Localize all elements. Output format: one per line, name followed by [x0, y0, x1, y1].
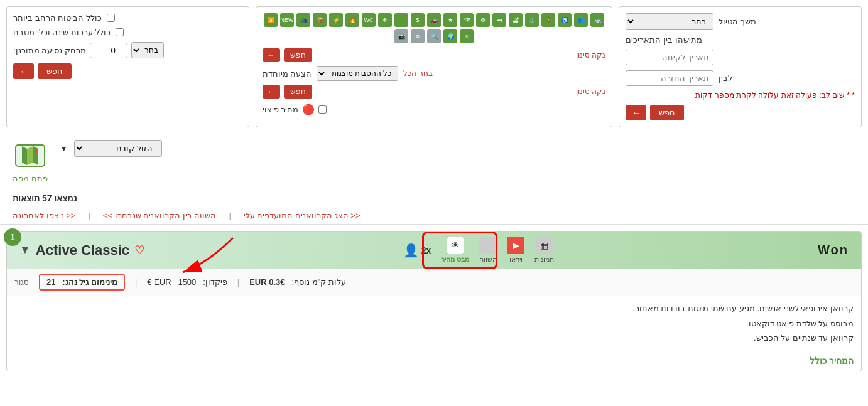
left-search-button[interactable]: חפש: [650, 105, 684, 120]
icon-person[interactable]: 🚶: [541, 13, 555, 27]
desc-line-2: מבוסס על שלדת פיאט דוקאטו.: [14, 318, 854, 330]
left-arrow-button[interactable]: ←: [626, 105, 646, 120]
svg-marker-1: [22, 146, 27, 165]
deposit-label: פיקדון:: [203, 277, 227, 287]
map-icon: [14, 140, 46, 171]
compare-label: השווה: [479, 255, 497, 264]
flame-icon: 🔴: [302, 104, 315, 115]
icon-bed[interactable]: 🛏: [492, 13, 506, 27]
view-compare-icon[interactable]: □: [479, 237, 497, 254]
center-arrow-btn[interactable]: ←: [263, 48, 280, 62]
note-text: * * שים לב: פעולה זאת עלולה לקחת מספר דק…: [626, 91, 855, 100]
neka-link-2[interactable]: נקה סינון: [576, 87, 605, 96]
sort-label: ▼: [60, 144, 68, 153]
insurance-label: כולל הביטוח הרחב ביותר: [13, 13, 102, 23]
distance-label: מרחק נסיעה מתוכנן:: [13, 46, 86, 55]
insurance-checkbox[interactable]: [107, 14, 115, 22]
person-icon: 👤: [403, 243, 419, 258]
video-label: וידאו: [509, 255, 523, 264]
all-link[interactable]: בחר הכל: [403, 69, 432, 78]
icon-photo[interactable]: 📷: [394, 29, 408, 43]
nav-compare[interactable]: השווה בין הקרוואנים שנבחרו >>: [103, 211, 217, 220]
all-options-select[interactable]: כל ההטבות מוצגות: [317, 66, 398, 81]
people-count: 2x 👤: [403, 243, 431, 258]
center-filter-panel: 🚌 👥 ♿ 🚶 ⚓ 🏕 🛏 ⚙ 🗺 ★ 🚗 $ 🌿 ❄ WC 🔥 ⚡ 📦 📺 N…: [256, 6, 613, 127]
result-header-1: 1 Won ▦ תמונות ▶ וידאו □ השווה 👁 מבט מהי…: [7, 232, 861, 269]
icon-snow[interactable]: ❄: [378, 13, 392, 27]
deposit-currency: EUR €: [147, 277, 171, 287]
result-title-1: ♡ Active Classic: [36, 242, 144, 259]
right-search-btn[interactable]: חפש: [38, 63, 72, 79]
icon-map[interactable]: 🗺: [460, 13, 474, 27]
nav-last[interactable]: << ניצפו לאחרונה: [13, 211, 75, 220]
icon-sun[interactable]: ☀: [460, 29, 474, 43]
date-from-input[interactable]: [626, 50, 713, 65]
icon-wheelchair[interactable]: ♿: [558, 13, 572, 27]
icon-wc[interactable]: WC: [362, 13, 376, 27]
detail-sep-1: |: [237, 277, 239, 287]
icon-list[interactable]: ≡: [411, 29, 425, 43]
desc-line-1: קרוואן אירופאי לשני אנשים. מגיע עם שתי מ…: [14, 302, 854, 315]
nav-separator-2: |: [88, 211, 90, 220]
icon-globe[interactable]: 🌍: [443, 29, 457, 43]
svg-marker-2: [27, 146, 33, 165]
icon-tv[interactable]: 📺: [296, 13, 310, 27]
min-age-value: 21: [46, 277, 55, 287]
navigation-links: << הצג הקרוואנים המועדפים עלי | השווה בי…: [0, 207, 868, 225]
icon-car[interactable]: 🚗: [427, 13, 441, 27]
open-map-area[interactable]: פתח מפה: [13, 140, 48, 183]
center-search-btn[interactable]: חפש: [284, 48, 312, 62]
nav-separator-1: |: [229, 211, 231, 220]
people-number: 2x: [421, 245, 431, 255]
icon-search[interactable]: 🔍: [427, 29, 441, 43]
icon-leaf[interactable]: 🌿: [394, 13, 408, 27]
icon-people[interactable]: 👥: [574, 13, 588, 27]
right-arrow-btn[interactable]: ←: [13, 63, 34, 79]
view-photos-icon[interactable]: ▦: [536, 237, 553, 254]
total-price-label: המחיר כולל: [7, 353, 861, 371]
left-search-panel: משך הטיול בחר מתישהו בין התאריכים לבין *…: [619, 6, 862, 127]
deposit-area: פיקדון: 1500 EUR €: [147, 277, 227, 287]
icon-fire[interactable]: 🔥: [345, 13, 359, 27]
result-number-1: 1: [4, 228, 21, 246]
center-arrow-btn-2[interactable]: ←: [263, 85, 280, 99]
icon-star[interactable]: ★: [443, 13, 457, 27]
route-label: משך הטיול: [719, 17, 756, 26]
result-item-1: 1 Won ▦ תמונות ▶ וידאו □ השווה 👁 מבט מהי…: [6, 231, 862, 371]
deposit-value: 1500: [178, 277, 196, 287]
quick-view-label: מבט מהיר: [441, 255, 469, 264]
date-to-input[interactable]: [626, 70, 713, 86]
nav-favorites[interactable]: << הצג הקרוואנים המועדפים עלי: [244, 211, 361, 220]
map-link[interactable]: פתח מפה: [13, 174, 48, 183]
sort-controls: Won: [813, 240, 854, 260]
distance-select[interactable]: בחר: [131, 42, 164, 58]
min-age-badge: מינימום גיל נהג: 21: [39, 274, 125, 291]
results-count: נמצאו 57 תוצאות: [13, 193, 77, 203]
icon-anchor[interactable]: ⚓: [525, 13, 539, 27]
neka-link-1[interactable]: נקה סינון: [576, 51, 605, 60]
distance-input[interactable]: [90, 43, 127, 58]
center-search-btn-2[interactable]: חפש: [284, 85, 312, 99]
icon-dollar[interactable]: $: [411, 13, 425, 27]
sort-select[interactable]: הזול קודם: [74, 140, 162, 157]
view-video-icon[interactable]: ▶: [507, 237, 524, 254]
icon-box[interactable]: 📦: [313, 13, 327, 27]
price-checkbox[interactable]: [318, 105, 327, 114]
bedding-checkbox[interactable]: [116, 28, 124, 36]
icon-gear[interactable]: ⚙: [476, 13, 490, 27]
route-select[interactable]: בחר: [626, 13, 713, 30]
extra-km-label: עלות ק"מ נוסף: EUR 0.3€: [249, 277, 346, 287]
view-quick-icon[interactable]: 👁: [447, 237, 464, 254]
extra-km-value: EUR 0.3€: [249, 277, 285, 287]
price-label: מחיר פיצוי: [263, 105, 299, 114]
icon-bus[interactable]: 🚌: [590, 13, 604, 27]
icon-caravan[interactable]: 🏕: [509, 13, 523, 27]
icon-new[interactable]: NEW: [280, 13, 294, 27]
date-between-label: מתישהו בין התאריכים: [626, 35, 702, 45]
title-text: Active Classic: [36, 242, 129, 259]
photos-label: תמונות: [534, 255, 554, 264]
icon-lightning[interactable]: ⚡: [329, 13, 343, 27]
heart-icon[interactable]: ♡: [134, 243, 144, 257]
icon-wifi[interactable]: 📶: [264, 13, 278, 27]
amenity-icons: 🚌 👥 ♿ 🚶 ⚓ 🏕 🛏 ⚙ 🗺 ★ 🚗 $ 🌿 ❄ WC 🔥 ⚡ 📦 📺 N…: [263, 13, 606, 43]
